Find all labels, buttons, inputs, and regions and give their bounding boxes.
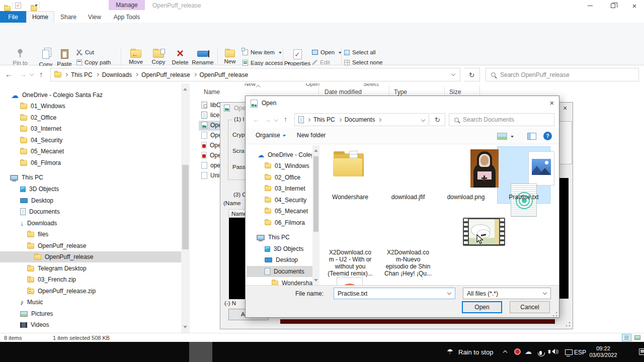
crumb-openpuff-release[interactable]: OpenPuff_release <box>141 71 190 78</box>
view-mode-caret-icon[interactable] <box>511 136 514 139</box>
sidebar-item-04-security[interactable]: 04_Security <box>20 135 62 146</box>
close-button[interactable]: × <box>625 0 644 11</box>
dialog-nav-05-mecanet[interactable]: 05_Mecanet <box>265 206 308 217</box>
file-download-jfif[interactable] <box>470 149 499 188</box>
qat-check-icon[interactable]: ✓ <box>15 3 21 9</box>
dialog-close-icon[interactable]: × <box>545 98 558 108</box>
file-label-wondershare[interactable]: Wondershare <box>324 194 377 201</box>
dialog-forward-icon[interactable]: → <box>264 116 271 124</box>
tab-app-tools[interactable]: App Tools <box>108 11 146 23</box>
dialog-help-icon[interactable]: ? <box>543 132 552 140</box>
rename-button[interactable]: Rename <box>191 48 214 66</box>
sidebar-item-03-internet[interactable]: 03_Internet <box>20 123 61 134</box>
new-item-button[interactable]: New item <box>243 49 282 55</box>
tab-share[interactable]: Share <box>55 11 82 23</box>
file-row-openpuff-3[interactable]: ope <box>201 160 220 170</box>
view-mode-button[interactable] <box>497 133 514 140</box>
restore-button[interactable] <box>602 0 624 11</box>
minimize-button[interactable] <box>579 0 601 11</box>
organise-menu[interactable]: Organise <box>256 132 286 139</box>
cut-button[interactable]: Cut <box>76 49 94 55</box>
volume-tray-icon[interactable]: )) <box>548 349 558 354</box>
sidebar-item-files[interactable]: files <box>27 229 48 240</box>
tray-expand-icon[interactable] <box>503 350 507 354</box>
dialog-scroll-down-icon[interactable] <box>314 279 318 284</box>
search-box[interactable]: Search OpenPuff_release <box>486 68 639 81</box>
crumb-this-pc[interactable]: This PC <box>71 71 93 78</box>
tab-file[interactable]: File <box>0 11 26 23</box>
openpuff-close-icon[interactable]: × <box>558 104 572 113</box>
sidebar-item-videos[interactable]: Videos <box>20 319 49 330</box>
dialog-nav-02-office[interactable]: 02_Office <box>265 172 300 183</box>
manage-contextual-tab[interactable]: Manage <box>109 0 145 10</box>
qat-customize-caret-icon[interactable] <box>35 5 38 8</box>
network-tray-icon[interactable] <box>565 349 573 355</box>
dialog-nav-documents[interactable]: Documents <box>265 266 304 277</box>
onedrive-tray-icon[interactable]: ☁ <box>525 347 532 355</box>
dialog-nav-scrollbar[interactable] <box>312 145 319 285</box>
file-row-openpuff-pdf-2[interactable]: Ope <box>201 150 221 160</box>
copy-button[interactable]: Copy <box>37 48 54 68</box>
open-button[interactable]: Open <box>312 49 342 55</box>
up-icon[interactable]: ↑ <box>39 70 43 78</box>
sidebar-item-03-french-zip[interactable]: 03_French.zip <box>27 274 76 285</box>
column-date-modified[interactable]: Date modified <box>325 88 362 96</box>
dialog-up-icon[interactable]: ↑ <box>284 115 287 123</box>
dialog-scrollbar-thumb[interactable] <box>313 156 318 232</box>
refresh-button[interactable]: ↻ <box>464 68 480 81</box>
dialog-nav-onedrive[interactable]: ☁OneDrive - Colegi <box>258 149 312 160</box>
dialog-nav-wondershare[interactable]: Wondershare <box>272 278 312 285</box>
file-name-input[interactable]: Practise.txt <box>334 288 455 299</box>
record-icon[interactable] <box>514 348 521 355</box>
tab-home[interactable]: Home <box>26 11 54 23</box>
file-row-openpuff-exe[interactable]: Ope <box>201 120 222 130</box>
recent-locations-icon[interactable] <box>30 72 34 76</box>
file-label-download-jfif[interactable]: download.jfif <box>381 194 435 201</box>
select-all-button[interactable]: Select all <box>344 49 376 55</box>
file-row-openpuff-pdf-1[interactable]: Ope <box>201 140 221 150</box>
sidebar-item-05-mecanet[interactable]: 05_Mecanet <box>20 146 64 157</box>
file-row-openpuff-2[interactable]: Ope <box>201 130 222 140</box>
sidebar-item-downloads[interactable]: ↓Downloads <box>20 218 57 229</box>
dialog-scroll-up-icon[interactable] <box>314 147 318 152</box>
file-label-download-png[interactable]: download.png <box>439 194 493 201</box>
column-type[interactable]: Type <box>394 88 407 96</box>
openpuff-hide-bar[interactable] <box>280 319 555 324</box>
back-icon[interactable]: ← <box>5 70 13 78</box>
dialog-recent-icon[interactable] <box>274 118 278 122</box>
sidebar-item-desktop[interactable]: Desktop <box>20 195 53 206</box>
dialog-nav-04-security[interactable]: 04_Security <box>265 195 306 206</box>
details-view-button[interactable] <box>622 334 631 341</box>
dialog-nav-01-windows[interactable]: 01_Windows <box>265 160 309 171</box>
copy-path-button[interactable]: Copy path <box>76 59 111 65</box>
crumb-openpuff-release-2[interactable]: OpenPuff_release <box>200 71 249 78</box>
action-center-icon[interactable] <box>639 348 644 355</box>
file-type-dropdown-icon[interactable] <box>543 291 547 295</box>
preview-pane-icon[interactable] <box>527 133 536 140</box>
column-name[interactable]: Name <box>204 88 220 96</box>
edit-button[interactable]: Edit <box>312 59 330 65</box>
dialog-back-icon[interactable]: ← <box>253 116 260 124</box>
file-type-select[interactable]: All files (*.*) <box>463 288 551 299</box>
dialog-resize-grip[interactable] <box>552 312 557 317</box>
open-confirm-button[interactable]: Open <box>462 301 502 313</box>
dialog-nav-06-filmora[interactable]: 06_Filmora <box>265 217 305 228</box>
sidebar-item-music[interactable]: ♪Music <box>20 297 43 308</box>
select-none-button[interactable]: Select none <box>344 59 383 65</box>
paste-button[interactable]: Paste <box>55 48 73 67</box>
sidebar-item-openpuff-release-nested[interactable]: OpenPuff_release <box>34 251 94 262</box>
sidebar-item-telegram-desktop[interactable]: Telegram Desktop <box>27 263 87 274</box>
file-label-practise-txt[interactable]: Practise.txt <box>497 194 550 201</box>
sidebar-item-documents[interactable]: Documents <box>20 206 60 217</box>
dialog-refresh-button[interactable]: ↻ <box>430 113 445 126</box>
clock[interactable]: 09:22 03/03/2022 <box>588 345 619 358</box>
file-download-png[interactable] <box>528 151 554 186</box>
dialog-breadcrumb[interactable]: This PC Documents <box>294 113 429 126</box>
sidebar-item-06-filmora[interactable]: 06_Filmora <box>20 157 61 168</box>
new-folder-button-dialog[interactable]: New folder <box>297 132 326 139</box>
sidebar-item-3d-objects[interactable]: 3D Objects <box>20 184 59 195</box>
file-shinchan-video[interactable] <box>463 218 505 246</box>
column-size[interactable]: Size <box>449 88 461 96</box>
dial og-nav-this-pc[interactable]: This PC <box>257 232 290 243</box>
openpuff-resize-grip[interactable] <box>566 322 571 327</box>
